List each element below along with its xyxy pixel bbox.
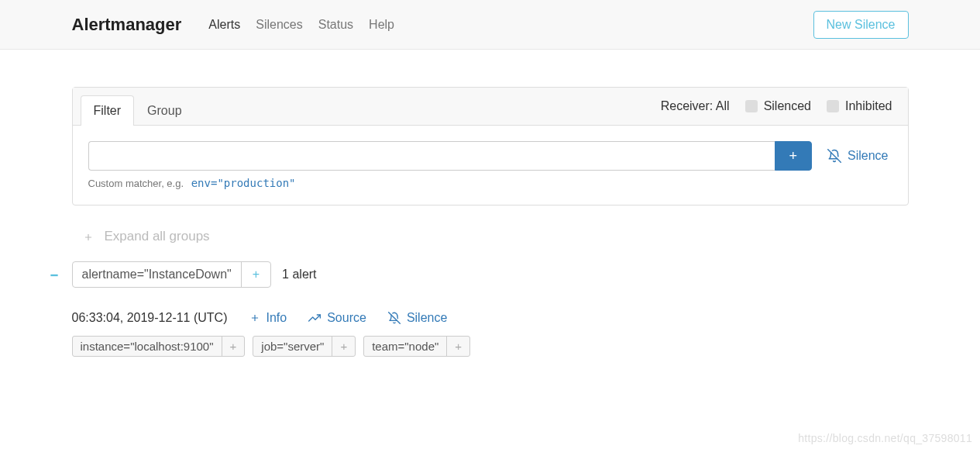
alert-silence-label: Silence <box>407 311 447 325</box>
checkbox-icon <box>827 100 839 112</box>
new-silence-button[interactable]: New Silence <box>813 11 909 39</box>
nav-silences[interactable]: Silences <box>248 12 310 38</box>
filter-card: Filter Group Receiver: All Silenced Inhi… <box>72 87 909 206</box>
add-filter-button[interactable]: + <box>775 141 813 171</box>
silence-link[interactable]: Silence <box>824 141 892 171</box>
filter-hint: Custom matcher, e.g. env="production" <box>88 177 892 189</box>
receiver-label: Receiver: All <box>661 99 730 113</box>
info-label: Info <box>266 311 287 325</box>
label-add-button[interactable]: + <box>447 337 469 356</box>
label-text[interactable]: job="server" <box>253 337 332 356</box>
group-label-text[interactable]: alertname="InstanceDown" <box>73 262 242 287</box>
source-button[interactable]: Source <box>308 311 366 325</box>
bell-off-icon <box>827 149 841 163</box>
nav-status[interactable]: Status <box>311 12 361 38</box>
label-text[interactable]: instance="localhost:9100" <box>73 337 222 356</box>
tab-filter[interactable]: Filter <box>81 95 135 126</box>
group-count: 1 alert <box>282 268 316 281</box>
plus-icon <box>83 229 94 244</box>
hint-example[interactable]: env="production" <box>191 177 296 189</box>
svg-line-2 <box>389 313 401 324</box>
filter-input[interactable] <box>88 141 775 171</box>
silence-link-label: Silence <box>848 149 888 163</box>
inhibited-toggle[interactable]: Inhibited <box>827 99 892 113</box>
alert-timestamp: 06:33:04, 2019-12-11 (UTC) <box>72 311 228 325</box>
silenced-label: Silenced <box>764 99 811 113</box>
label-pill: job="server" + <box>253 336 356 357</box>
label-add-button[interactable]: + <box>332 337 355 356</box>
alert-item: 06:33:04, 2019-12-11 (UTC) Info Source S… <box>72 311 909 357</box>
nav-alerts[interactable]: Alerts <box>201 12 248 38</box>
svg-line-0 <box>828 150 841 163</box>
silenced-toggle[interactable]: Silenced <box>745 99 811 113</box>
bell-off-icon <box>388 312 401 324</box>
tab-group[interactable]: Group <box>134 95 194 126</box>
svg-rect-1 <box>50 275 57 276</box>
minus-icon <box>49 270 60 281</box>
nav-links: Alerts Silences Status Help <box>201 12 402 38</box>
collapse-group-button[interactable] <box>49 266 60 284</box>
group-label-add-button[interactable]: + <box>242 262 270 287</box>
label-text[interactable]: team="node" <box>364 337 447 356</box>
checkbox-icon <box>745 100 758 112</box>
nav-help[interactable]: Help <box>361 12 402 38</box>
alert-labels: instance="localhost:9100" + job="server"… <box>72 336 909 357</box>
alert-silence-button[interactable]: Silence <box>388 311 447 325</box>
info-button[interactable]: Info <box>249 311 287 325</box>
expand-all-button[interactable]: Expand all groups <box>72 223 909 250</box>
label-add-button[interactable]: + <box>222 337 245 356</box>
plus-icon <box>249 313 260 323</box>
source-label: Source <box>327 311 366 325</box>
expand-all-label: Expand all groups <box>105 229 210 244</box>
inhibited-label: Inhibited <box>845 99 892 113</box>
label-pill: instance="localhost:9100" + <box>72 336 246 357</box>
group-label-badge: alertname="InstanceDown" + <box>72 261 272 288</box>
chart-icon <box>308 312 321 324</box>
navbar: Alertmanager Alerts Silences Status Help… <box>0 0 980 50</box>
alert-group: alertname="InstanceDown" + 1 alert <box>72 261 909 288</box>
brand[interactable]: Alertmanager <box>72 15 182 35</box>
label-pill: team="node" + <box>363 336 470 357</box>
